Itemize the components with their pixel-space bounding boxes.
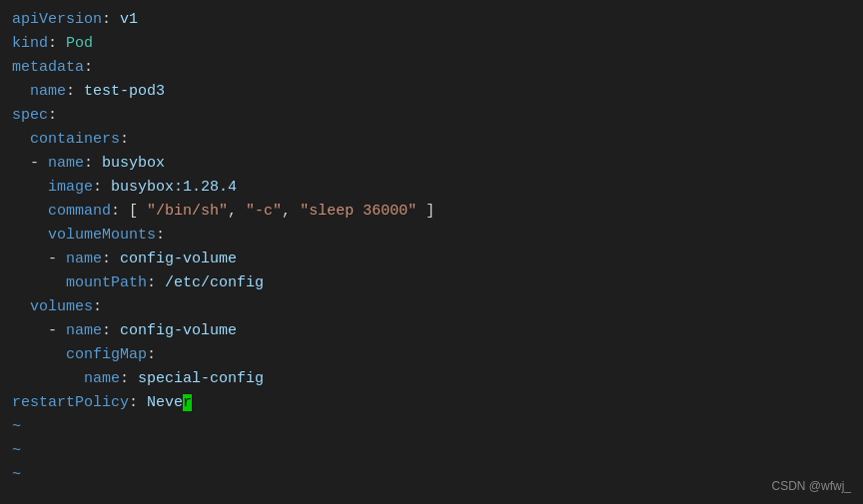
code-line: ~	[12, 463, 851, 487]
code-line: ~	[12, 415, 851, 439]
code-line: name: special-config	[12, 367, 851, 391]
code-line: - name: config-volume	[12, 248, 851, 271]
code-line: containers:	[12, 128, 851, 152]
code-line: command: [ "/bin/sh", "-c", "sleep 36000…	[12, 200, 851, 224]
code-line: volumeMounts:	[12, 224, 851, 248]
code-line: - name: busybox	[12, 152, 851, 176]
code-content: apiVersion: v1kind: Podmetadata: name: t…	[12, 8, 851, 487]
code-line: configMap:	[12, 343, 851, 367]
code-line: name: test-pod3	[12, 80, 851, 104]
code-line: - name: config-volume	[12, 319, 851, 343]
code-line: metadata:	[12, 56, 851, 80]
code-line: spec:	[12, 104, 851, 128]
watermark: CSDN @wfwj_	[771, 477, 851, 496]
code-line: kind: Pod	[12, 32, 851, 56]
code-line: ~	[12, 439, 851, 463]
code-line: restartPolicy: Never	[12, 391, 851, 415]
code-line: apiVersion: v1	[12, 8, 851, 32]
code-line: mountPath: /etc/config	[12, 271, 851, 295]
code-line: volumes:	[12, 295, 851, 319]
code-line: image: busybox:1.28.4	[12, 176, 851, 200]
code-editor: apiVersion: v1kind: Podmetadata: name: t…	[0, 0, 863, 504]
